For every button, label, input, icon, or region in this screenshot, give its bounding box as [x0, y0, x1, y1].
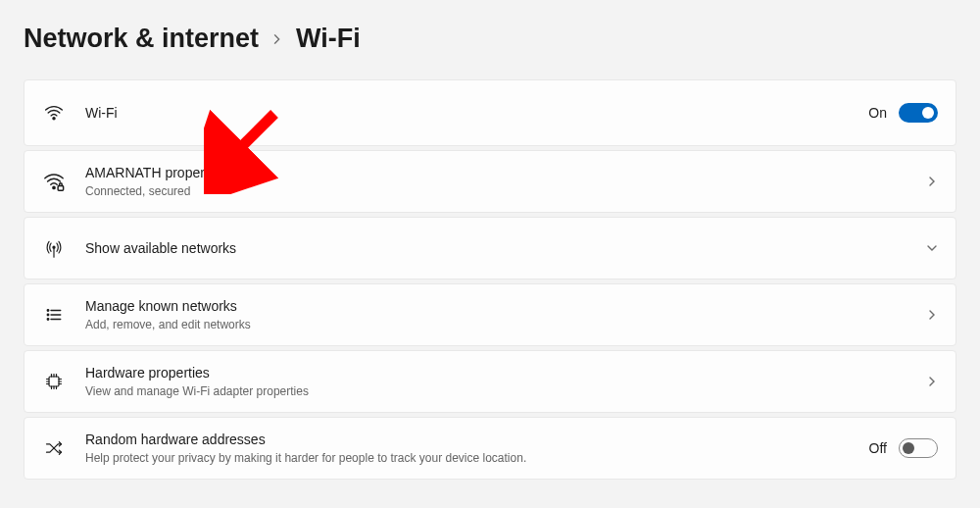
manage-title: Manage known networks [85, 297, 926, 316]
random-hardware-card[interactable]: Random hardware addresses Help protect y… [24, 417, 956, 480]
wifi-toggle[interactable] [899, 103, 938, 123]
wifi-secure-icon [42, 171, 66, 192]
manage-known-networks-card[interactable]: Manage known networks Add, remove, and e… [24, 283, 956, 346]
svg-rect-2 [58, 186, 64, 191]
random-state-label: Off [869, 440, 887, 456]
svg-point-1 [53, 186, 55, 188]
shuffle-icon [42, 438, 66, 458]
hardware-title: Hardware properties [85, 364, 926, 382]
svg-point-6 [47, 314, 49, 316]
wifi-state-label: On [868, 105, 887, 121]
current-network-title: AMARNATH properties [85, 164, 926, 182]
chip-icon [42, 372, 66, 391]
chevron-down-icon [926, 242, 938, 254]
breadcrumb-parent[interactable]: Network & internet [24, 24, 259, 54]
chevron-right-icon [926, 309, 938, 321]
show-available-title: Show available networks [85, 239, 926, 258]
svg-point-4 [47, 310, 49, 312]
random-subtitle: Help protect your privacy by making it h… [85, 450, 869, 466]
wifi-toggle-card[interactable]: Wi-Fi On [24, 79, 956, 146]
svg-point-0 [53, 118, 55, 120]
manage-subtitle: Add, remove, and edit networks [85, 317, 926, 332]
random-title: Random hardware addresses [85, 431, 869, 449]
svg-point-8 [47, 319, 49, 321]
antenna-icon [42, 237, 66, 259]
current-network-card[interactable]: AMARNATH properties Connected, secured [24, 150, 956, 213]
hardware-subtitle: View and manage Wi-Fi adapter properties [85, 383, 926, 399]
chevron-right-icon [926, 176, 938, 187]
wifi-title: Wi-Fi [85, 104, 868, 123]
breadcrumb-current: Wi-Fi [296, 24, 361, 54]
chevron-right-icon [272, 28, 282, 49]
random-toggle[interactable] [899, 438, 938, 458]
hardware-properties-card[interactable]: Hardware properties View and manage Wi-F… [24, 350, 956, 413]
show-available-networks-card[interactable]: Show available networks [24, 217, 956, 279]
wifi-icon [42, 103, 66, 123]
svg-rect-10 [49, 377, 59, 386]
chevron-right-icon [926, 376, 938, 387]
list-icon [42, 306, 66, 324]
breadcrumb: Network & internet Wi-Fi [24, 24, 956, 54]
current-network-subtitle: Connected, secured [85, 183, 926, 199]
